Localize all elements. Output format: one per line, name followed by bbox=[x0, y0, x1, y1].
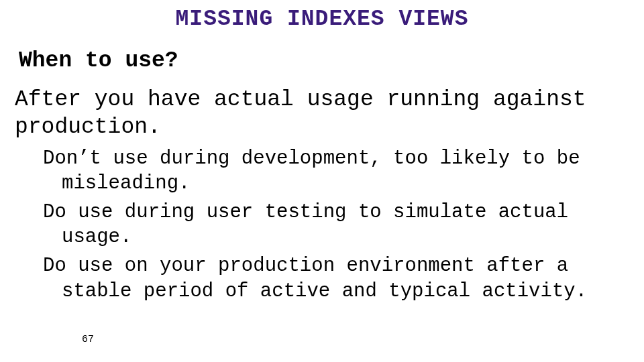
bullet-item: Don’t use during development, too likely… bbox=[43, 146, 627, 196]
slide: MISSING INDEXES VIEWS When to use? After… bbox=[0, 0, 644, 362]
bullet-item: Do use during user testing to simulate a… bbox=[43, 200, 627, 249]
slide-title: MISSING INDEXES VIEWS bbox=[0, 7, 644, 32]
slide-subheading: When to use? bbox=[19, 48, 178, 73]
lead-paragraph: After you have actual usage running agai… bbox=[15, 86, 624, 141]
bullet-list: Don’t use during development, too likely… bbox=[43, 146, 627, 308]
bullet-item: Do use on your production environment af… bbox=[43, 253, 627, 303]
page-number: 67 bbox=[82, 334, 94, 345]
